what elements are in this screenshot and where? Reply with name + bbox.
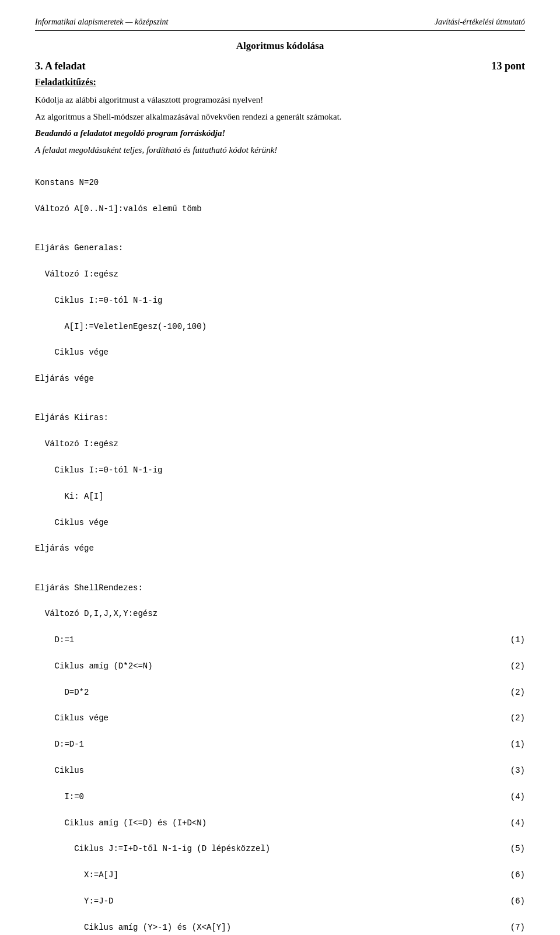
code-line: Y:=J-D(6) (35, 895, 525, 908)
code-line: D=D*2(2) (35, 686, 525, 699)
task-desc1: Kódolja az alábbi algoritmust a választo… (35, 93, 525, 107)
code-line: Eljárás ShellRendezes: (35, 582, 525, 594)
code-line: Változó A[0..N-1]:valós elemű tömb (35, 202, 525, 215)
code-line: Változó I:egész (35, 268, 525, 281)
code-line: I:=0(4) (35, 790, 525, 803)
code-line: Ciklus vége(2) (35, 712, 525, 724)
page: Informatikai alapismeretek — középszint … (0, 0, 560, 935)
code-line: D:=D-1(1) (35, 738, 525, 751)
code-line: A[I]:=VeletlenEgesz(-100,100) (35, 320, 525, 333)
code-line: Ciklus(3) (35, 764, 525, 777)
code-line: Ciklus J:=I+D-től N-1-ig (D lépésközzel)… (35, 842, 525, 855)
code-line: Eljárás vége (35, 372, 525, 385)
top-header: Informatikai alapismeretek — középszint … (35, 17, 525, 31)
task-subtitle: Feladatkitűzés: (35, 77, 525, 87)
code-line: D:=1(1) (35, 633, 525, 646)
code-line: Ciklus amíg (I<=D) és (I+D<N)(4) (35, 817, 525, 829)
code-line: Ciklus vége (35, 516, 525, 529)
code-line: Ciklus amíg (D*2<=N)(2) (35, 660, 525, 673)
header-right: Javítási-értékelési útmutató (435, 17, 525, 27)
code-line: X:=A[J](6) (35, 869, 525, 881)
task-desc4: A feladat megoldásaként teljes, fordítha… (35, 143, 525, 157)
code-line: Változó D,I,J,X,Y:egész (35, 607, 525, 620)
code-line: Változó I:egész (35, 437, 525, 450)
task-title: 3. A feladat (35, 60, 86, 72)
code-line: Konstans N=20 (35, 176, 525, 189)
task-desc3: Beadandó a feladatot megoldó program for… (35, 127, 525, 140)
code-line: Ciklus amíg (Y>-1) és (X<A[Y])(7) (35, 921, 525, 934)
header-left: Informatikai alapismeretek — középszint (35, 17, 169, 27)
code-block: Konstans N=20 Változó A[0..N-1]:valós el… (35, 163, 525, 935)
code-line: Eljárás Generalas: (35, 241, 525, 254)
code-line: Ciklus I:=0-tól N-1-ig (35, 464, 525, 477)
task-desc2: Az algoritmus a Shell-módszer alkalmazás… (35, 110, 525, 124)
code-line: Ki: A[I] (35, 490, 525, 503)
task-header: 3. A feladat 13 pont (35, 60, 525, 72)
center-title: Algoritmus kódolása (35, 40, 525, 52)
code-line: Eljárás vége (35, 542, 525, 555)
code-line: Ciklus I:=0-tól N-1-ig (35, 294, 525, 307)
code-line: Eljárás Kiiras: (35, 411, 525, 424)
task-points: 13 pont (491, 60, 525, 72)
code-line: Ciklus vége (35, 346, 525, 359)
